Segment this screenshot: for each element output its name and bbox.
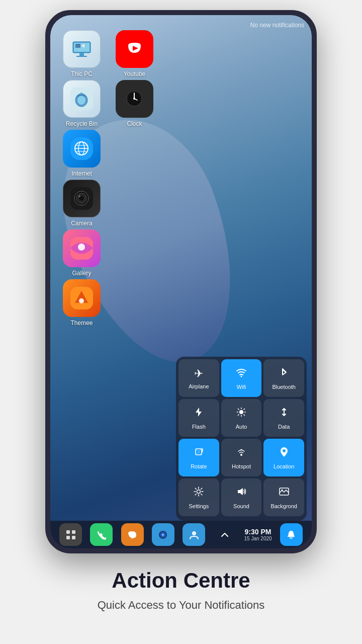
- svg-point-58: [192, 531, 196, 535]
- app-camera[interactable]: Camera: [58, 180, 106, 227]
- svg-line-40: [244, 414, 245, 416]
- qs-sound-label: Sound: [233, 503, 249, 509]
- hotspot-icon: [236, 446, 247, 460]
- quick-settings-panel: ✈ Airplane Wifi: [176, 357, 307, 521]
- qs-wifi-label: Wifi: [237, 384, 246, 390]
- wifi-icon: [236, 367, 247, 381]
- app-label-youtube: Youtube: [124, 70, 146, 77]
- svg-point-57: [162, 534, 163, 535]
- qs-background-btn[interactable]: Backgrond: [263, 478, 304, 516]
- qs-wifi-btn[interactable]: Wifi: [221, 359, 262, 397]
- caption-title: Action Centre: [20, 569, 342, 593]
- qs-data-btn[interactable]: Data: [263, 399, 304, 437]
- dock-time-main: 9:30 PM: [245, 528, 272, 536]
- qs-auto-label: Auto: [236, 424, 247, 430]
- dock-date: 15 Jan 2020: [244, 536, 272, 541]
- app-icon-this-pc: [63, 30, 101, 68]
- caption-subtitle: Quick Access to Your Notifications: [20, 599, 342, 612]
- qs-location-btn[interactable]: Location: [263, 439, 304, 476]
- qs-rotate-label: Rotate: [191, 463, 207, 469]
- svg-rect-50: [66, 530, 70, 534]
- bluetooth-icon: [279, 367, 290, 381]
- svg-marker-47: [238, 488, 243, 495]
- svg-line-39: [238, 409, 239, 410]
- app-recycle[interactable]: Recycle Bin: [58, 80, 106, 127]
- svg-point-26: [78, 195, 80, 197]
- svg-point-49: [281, 489, 283, 491]
- qs-hotspot-btn[interactable]: Hotspot: [221, 439, 262, 476]
- qs-data-label: Data: [278, 424, 290, 430]
- qs-row-4: Settings Sound: [178, 478, 304, 516]
- app-label-camera: Camera: [71, 220, 93, 227]
- app-label-internet: Internet: [71, 170, 92, 177]
- app-icon-themee: [63, 279, 101, 317]
- app-clock[interactable]: Clock: [111, 80, 158, 127]
- svg-rect-2: [76, 56, 87, 57]
- app-themee[interactable]: Themee: [58, 279, 106, 327]
- dock-notification-btn[interactable]: [280, 523, 303, 546]
- app-label-recycle: Recycle Bin: [66, 120, 98, 127]
- qs-settings-btn[interactable]: Settings: [178, 478, 219, 516]
- svg-point-15: [133, 98, 135, 100]
- app-this-pc[interactable]: Thic PC: [58, 30, 106, 77]
- app-row-2: Recycle Bin Clock: [58, 80, 168, 127]
- qs-row-3: Rotate Hotspot: [178, 439, 304, 476]
- svg-point-28: [78, 244, 85, 251]
- dock-apps-btn[interactable]: [59, 523, 82, 546]
- svg-rect-51: [72, 530, 75, 534]
- svg-rect-52: [66, 536, 70, 539]
- app-row-6: Themee: [58, 279, 168, 327]
- qs-row-1: ✈ Airplane Wifi: [178, 359, 304, 397]
- qs-hotspot-label: Hotspot: [232, 463, 251, 469]
- svg-marker-33: [196, 408, 202, 417]
- dock-messages-btn[interactable]: [121, 523, 144, 546]
- svg-rect-59: [288, 536, 295, 537]
- qs-bluetooth-label: Bluetooth: [272, 384, 295, 390]
- qs-settings-label: Settings: [189, 503, 209, 509]
- app-youtube[interactable]: Youtube: [111, 30, 158, 77]
- dock-time: 9:30 PM 15 Jan 2020: [244, 528, 272, 541]
- qs-auto-btn[interactable]: Auto: [221, 399, 262, 437]
- background-icon: [279, 486, 290, 500]
- location-icon: [279, 446, 290, 460]
- svg-point-9: [77, 96, 85, 105]
- svg-point-46: [197, 490, 201, 493]
- dock-browser-btn[interactable]: [152, 523, 174, 546]
- app-gallery[interactable]: Gallery: [58, 229, 106, 277]
- svg-rect-53: [72, 536, 75, 539]
- qs-flash-btn[interactable]: Flash: [178, 399, 219, 437]
- dock-expand-btn[interactable]: [213, 523, 236, 546]
- qs-bluetooth-btn[interactable]: Bluetooth: [263, 359, 304, 397]
- app-label-gallery: Gallery: [72, 270, 91, 277]
- svg-point-31: [79, 298, 84, 303]
- app-grid: Thic PC Youtube: [58, 30, 168, 329]
- qs-row-2: Flash: [178, 399, 304, 437]
- airplane-icon: ✈: [194, 367, 203, 380]
- sound-icon: [236, 486, 247, 500]
- caption-area: Action Centre Quick Access to Your Notif…: [0, 553, 362, 622]
- svg-point-45: [283, 449, 286, 452]
- svg-point-10: [80, 93, 82, 95]
- bottom-dock: 9:30 PM 15 Jan 2020: [50, 521, 312, 548]
- app-icon-gallery: [63, 229, 101, 267]
- app-internet[interactable]: Internet: [58, 130, 106, 177]
- app-label-this-pc: Thic PC: [71, 70, 93, 77]
- app-label-clock: Clock: [127, 120, 142, 127]
- qs-airplane-btn[interactable]: ✈ Airplane: [178, 359, 219, 397]
- dock-phone-btn[interactable]: [90, 523, 113, 546]
- rotate-icon: [193, 446, 204, 460]
- svg-rect-1: [79, 53, 84, 56]
- svg-line-42: [238, 414, 239, 416]
- app-icon-recycle: [63, 80, 101, 118]
- qs-location-label: Location: [274, 463, 295, 469]
- svg-point-32: [241, 375, 242, 377]
- qs-rotate-btn[interactable]: Rotate: [178, 439, 219, 476]
- app-row-1: Thic PC Youtube: [58, 30, 168, 77]
- notification-bar: No new notifications: [50, 15, 312, 35]
- app-icon-youtube: [116, 30, 153, 68]
- svg-point-34: [239, 410, 243, 414]
- qs-background-label: Backgrond: [270, 503, 297, 509]
- qs-sound-btn[interactable]: Sound: [221, 478, 262, 516]
- app-row-5: Gallery: [58, 229, 168, 277]
- dock-contacts-btn[interactable]: [183, 523, 205, 546]
